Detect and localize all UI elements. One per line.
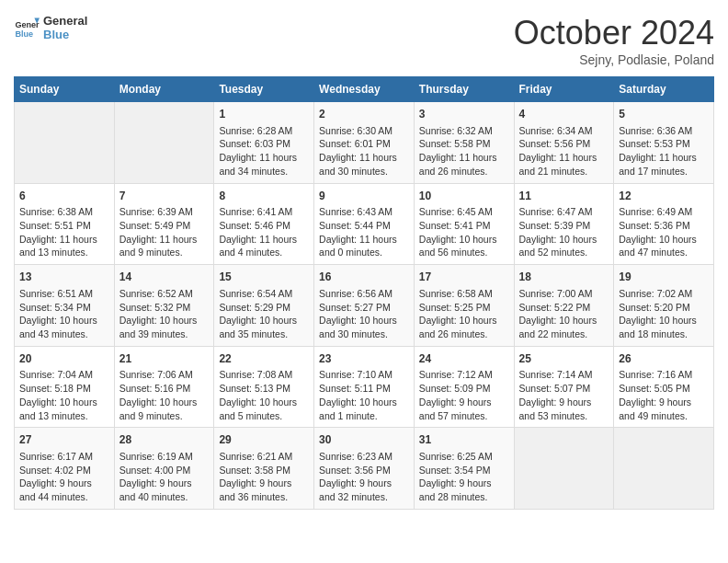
logo-line2: Blue — [43, 28, 87, 41]
day-number: 10 — [419, 189, 509, 204]
day-number: 12 — [619, 189, 709, 204]
week-row-5: 27Sunrise: 6:17 AM Sunset: 4:02 PM Dayli… — [15, 428, 714, 510]
day-number: 30 — [319, 432, 409, 448]
calendar-cell: 1Sunrise: 6:28 AM Sunset: 6:03 PM Daylig… — [214, 102, 314, 184]
week-row-3: 13Sunrise: 6:51 AM Sunset: 5:34 PM Dayli… — [15, 265, 714, 347]
day-number: 17 — [419, 270, 509, 285]
day-info: Sunrise: 7:10 AM Sunset: 5:11 PM Dayligh… — [319, 368, 409, 422]
day-info: Sunrise: 7:16 AM Sunset: 5:05 PM Dayligh… — [619, 368, 709, 422]
day-number: 6 — [19, 189, 109, 204]
calendar-cell: 3Sunrise: 6:32 AM Sunset: 5:58 PM Daylig… — [414, 102, 514, 184]
day-info: Sunrise: 6:19 AM Sunset: 4:00 PM Dayligh… — [119, 450, 210, 504]
day-number: 5 — [619, 107, 709, 122]
header-day-friday: Friday — [514, 77, 614, 102]
header-row: SundayMondayTuesdayWednesdayThursdayFrid… — [15, 77, 714, 102]
day-number: 9 — [319, 189, 409, 204]
day-number: 25 — [519, 351, 609, 367]
header-day-monday: Monday — [114, 77, 214, 102]
day-number: 24 — [419, 351, 509, 367]
header-day-wednesday: Wednesday — [314, 77, 415, 102]
day-number: 23 — [319, 351, 409, 367]
day-info: Sunrise: 6:17 AM Sunset: 4:02 PM Dayligh… — [19, 450, 109, 504]
header-day-saturday: Saturday — [614, 77, 714, 102]
day-info: Sunrise: 7:02 AM Sunset: 5:20 PM Dayligh… — [619, 287, 709, 341]
day-info: Sunrise: 6:23 AM Sunset: 3:56 PM Dayligh… — [319, 450, 409, 504]
day-info: Sunrise: 6:32 AM Sunset: 5:58 PM Dayligh… — [419, 124, 509, 178]
calendar-cell: 21Sunrise: 7:06 AM Sunset: 5:16 PM Dayli… — [114, 346, 214, 428]
calendar-cell — [114, 102, 214, 184]
week-row-1: 1Sunrise: 6:28 AM Sunset: 6:03 PM Daylig… — [15, 102, 714, 184]
calendar-cell: 28Sunrise: 6:19 AM Sunset: 4:00 PM Dayli… — [114, 428, 214, 510]
calendar-cell: 25Sunrise: 7:14 AM Sunset: 5:07 PM Dayli… — [514, 346, 614, 428]
calendar-cell: 27Sunrise: 6:17 AM Sunset: 4:02 PM Dayli… — [15, 428, 115, 510]
day-info: Sunrise: 6:51 AM Sunset: 5:34 PM Dayligh… — [19, 287, 109, 341]
day-info: Sunrise: 6:21 AM Sunset: 3:58 PM Dayligh… — [219, 450, 309, 504]
logo: General Blue General Blue — [14, 14, 87, 41]
day-info: Sunrise: 7:08 AM Sunset: 5:13 PM Dayligh… — [219, 368, 309, 422]
day-info: Sunrise: 7:14 AM Sunset: 5:07 PM Dayligh… — [519, 368, 609, 422]
page-header: General Blue General Blue October 2024 S… — [14, 14, 714, 67]
day-number: 7 — [119, 189, 210, 204]
calendar-cell: 29Sunrise: 6:21 AM Sunset: 3:58 PM Dayli… — [214, 428, 314, 510]
calendar-cell: 4Sunrise: 6:34 AM Sunset: 5:56 PM Daylig… — [514, 102, 614, 184]
calendar-cell: 31Sunrise: 6:25 AM Sunset: 3:54 PM Dayli… — [414, 428, 514, 510]
day-info: Sunrise: 6:28 AM Sunset: 6:03 PM Dayligh… — [219, 124, 309, 178]
day-number: 2 — [319, 107, 409, 122]
month-title: October 2024 — [514, 14, 714, 52]
day-number: 1 — [219, 107, 309, 122]
day-number: 31 — [419, 432, 509, 448]
logo-line1: General — [43, 14, 87, 28]
header-day-tuesday: Tuesday — [214, 77, 314, 102]
header-day-thursday: Thursday — [414, 77, 514, 102]
day-number: 3 — [419, 107, 509, 122]
day-info: Sunrise: 6:56 AM Sunset: 5:27 PM Dayligh… — [319, 287, 409, 341]
calendar-cell: 6Sunrise: 6:38 AM Sunset: 5:51 PM Daylig… — [15, 183, 115, 265]
day-info: Sunrise: 6:52 AM Sunset: 5:32 PM Dayligh… — [119, 287, 210, 341]
calendar-cell: 10Sunrise: 6:45 AM Sunset: 5:41 PM Dayli… — [414, 183, 514, 265]
calendar-cell: 11Sunrise: 6:47 AM Sunset: 5:39 PM Dayli… — [514, 183, 614, 265]
day-number: 27 — [19, 432, 109, 448]
calendar-cell: 19Sunrise: 7:02 AM Sunset: 5:20 PM Dayli… — [614, 265, 714, 347]
day-number: 28 — [119, 432, 210, 448]
day-info: Sunrise: 6:38 AM Sunset: 5:51 PM Dayligh… — [19, 205, 109, 259]
calendar-table: SundayMondayTuesdayWednesdayThursdayFrid… — [14, 76, 714, 510]
day-number: 18 — [519, 270, 609, 285]
calendar-cell: 9Sunrise: 6:43 AM Sunset: 5:44 PM Daylig… — [314, 183, 415, 265]
calendar-cell: 8Sunrise: 6:41 AM Sunset: 5:46 PM Daylig… — [214, 183, 314, 265]
day-info: Sunrise: 6:36 AM Sunset: 5:53 PM Dayligh… — [619, 124, 709, 178]
day-info: Sunrise: 6:25 AM Sunset: 3:54 PM Dayligh… — [419, 450, 509, 504]
calendar-cell: 14Sunrise: 6:52 AM Sunset: 5:32 PM Dayli… — [114, 265, 214, 347]
week-row-2: 6Sunrise: 6:38 AM Sunset: 5:51 PM Daylig… — [15, 183, 714, 265]
day-number: 20 — [19, 351, 109, 367]
day-number: 11 — [519, 189, 609, 204]
calendar-cell: 5Sunrise: 6:36 AM Sunset: 5:53 PM Daylig… — [614, 102, 714, 184]
calendar-cell: 15Sunrise: 6:54 AM Sunset: 5:29 PM Dayli… — [214, 265, 314, 347]
day-number: 29 — [219, 432, 309, 448]
day-info: Sunrise: 6:30 AM Sunset: 6:01 PM Dayligh… — [319, 124, 409, 178]
day-number: 21 — [119, 351, 210, 367]
day-number: 4 — [519, 107, 609, 122]
calendar-cell: 24Sunrise: 7:12 AM Sunset: 5:09 PM Dayli… — [414, 346, 514, 428]
calendar-cell: 18Sunrise: 7:00 AM Sunset: 5:22 PM Dayli… — [514, 265, 614, 347]
svg-text:General: General — [15, 20, 40, 29]
svg-text:Blue: Blue — [15, 29, 33, 39]
day-info: Sunrise: 6:39 AM Sunset: 5:49 PM Dayligh… — [119, 205, 210, 259]
week-row-4: 20Sunrise: 7:04 AM Sunset: 5:18 PM Dayli… — [15, 346, 714, 428]
day-number: 13 — [19, 270, 109, 285]
calendar-cell: 2Sunrise: 6:30 AM Sunset: 6:01 PM Daylig… — [314, 102, 415, 184]
day-info: Sunrise: 6:49 AM Sunset: 5:36 PM Dayligh… — [619, 205, 709, 259]
day-number: 8 — [219, 189, 309, 204]
day-number: 26 — [619, 351, 709, 367]
day-number: 14 — [119, 270, 210, 285]
day-info: Sunrise: 6:58 AM Sunset: 5:25 PM Dayligh… — [419, 287, 509, 341]
day-info: Sunrise: 7:04 AM Sunset: 5:18 PM Dayligh… — [19, 368, 109, 422]
calendar-cell — [614, 428, 714, 510]
calendar-cell — [15, 102, 115, 184]
calendar-cell: 30Sunrise: 6:23 AM Sunset: 3:56 PM Dayli… — [314, 428, 415, 510]
day-number: 22 — [219, 351, 309, 367]
day-number: 15 — [219, 270, 309, 285]
day-info: Sunrise: 6:43 AM Sunset: 5:44 PM Dayligh… — [319, 205, 409, 259]
calendar-cell: 26Sunrise: 7:16 AM Sunset: 5:05 PM Dayli… — [614, 346, 714, 428]
title-block: October 2024 Sejny, Podlasie, Poland — [514, 14, 714, 67]
calendar-cell: 12Sunrise: 6:49 AM Sunset: 5:36 PM Dayli… — [614, 183, 714, 265]
